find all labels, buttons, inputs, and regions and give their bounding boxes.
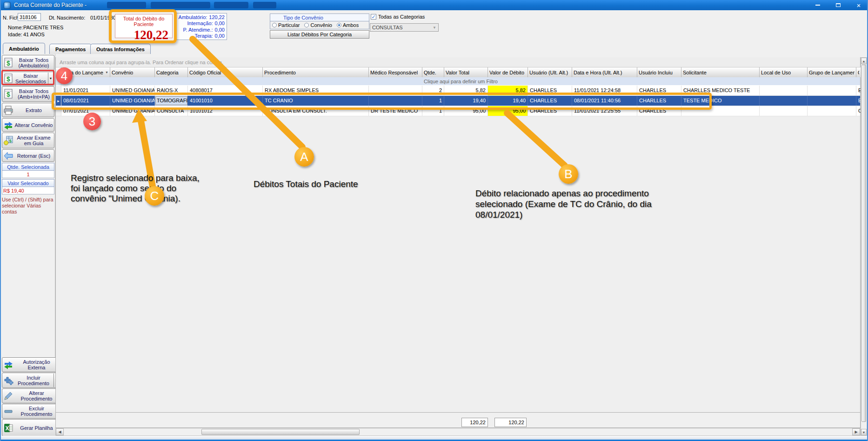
horizontal-scrollbar[interactable]: ◀ ▶ bbox=[55, 428, 861, 436]
extrato-button[interactable]: Extrato bbox=[2, 103, 54, 117]
autorizacao-externa-button[interactable]: Autorização Externa bbox=[2, 357, 60, 372]
button-label: Baixar Todos (Amb+Int+PA) bbox=[14, 88, 53, 100]
column-header-label: Categoria bbox=[156, 70, 179, 75]
grid-cell[interactable] bbox=[760, 96, 808, 106]
resumo-value: 0,00 bbox=[215, 33, 225, 39]
button-label: Extrato bbox=[14, 107, 53, 113]
horizontal-scroll-thumb[interactable] bbox=[201, 429, 360, 435]
printer-icon bbox=[3, 105, 13, 115]
column-header[interactable]: Valor Total bbox=[444, 67, 488, 77]
column-header[interactable]: Valor de Débito bbox=[488, 67, 528, 77]
button-label: Gerar Planilha bbox=[14, 425, 59, 431]
anexar-exame-button[interactable]: $ Anexar Exame em Guia bbox=[2, 133, 54, 148]
gerar-planilha-button[interactable]: X Gerar Planilha bbox=[2, 419, 60, 436]
categoria-dropdown[interactable]: CONSULTAS ▼ bbox=[370, 23, 439, 32]
button-label: Incluir Procedimento bbox=[14, 375, 53, 386]
close-button[interactable]: × bbox=[848, 0, 868, 10]
group-by-band[interactable]: Arraste uma coluna aqui para agrupa-la. … bbox=[56, 57, 860, 67]
column-header[interactable]: Categoria bbox=[155, 67, 188, 77]
alterar-procedimento-button[interactable]: Alterar Procedimento bbox=[2, 388, 60, 403]
scroll-right-icon[interactable]: ▶ bbox=[852, 428, 860, 435]
radio-label: Particular bbox=[278, 22, 300, 28]
button-label: Alterar Convênio bbox=[14, 122, 53, 128]
vertical-scroll-thumb[interactable] bbox=[861, 65, 866, 422]
svg-text:$: $ bbox=[7, 60, 10, 67]
nome-label: Nome: bbox=[8, 25, 23, 30]
attach-exam-icon: $ bbox=[3, 135, 13, 146]
grid-cell[interactable] bbox=[760, 86, 808, 95]
app-icon bbox=[4, 2, 11, 9]
column-header-label: Data e Hora (Ult. Alt.) bbox=[574, 70, 622, 75]
grid-cell[interactable] bbox=[760, 106, 808, 116]
todas-categorias-checkbox[interactable]: ✓ Todas as Categorias bbox=[371, 14, 425, 20]
column-header[interactable]: Código Oficial bbox=[188, 67, 263, 77]
excel-icon: X bbox=[3, 423, 13, 433]
maximize-icon bbox=[836, 3, 841, 7]
retornar-button[interactable]: Retornar (Esc) bbox=[2, 149, 54, 162]
column-header-label: Grupo de Lançamento bbox=[809, 70, 855, 75]
radio-ambos[interactable]: Ambos bbox=[337, 22, 359, 28]
qtde-selecionada-value: 1 bbox=[2, 171, 54, 178]
grid-cell[interactable] bbox=[808, 86, 856, 95]
idade-label: Idade: bbox=[8, 32, 22, 37]
alterar-convenio-button[interactable]: Alterar Convênio bbox=[2, 118, 54, 132]
close-icon: × bbox=[857, 2, 861, 9]
column-header[interactable]: Usuário (Ult. Alt.) bbox=[528, 67, 572, 77]
resumo-label: Terapia: bbox=[177, 33, 213, 39]
resumo-label: Ambulatório: bbox=[177, 14, 207, 20]
svg-text:$: $ bbox=[9, 139, 12, 143]
column-header[interactable]: Local de Uso bbox=[760, 67, 808, 77]
radio-particular[interactable]: Particular bbox=[272, 22, 300, 28]
sidebar-bottom-buttons: Autorização Externa Incluir Procedimento… bbox=[2, 357, 60, 436]
column-header[interactable]: Grupo de Lançamento bbox=[808, 67, 856, 77]
baixar-todos-ambulatorio-button[interactable]: $ Baixar Todos (Ambulatório) bbox=[2, 55, 54, 71]
redacted-text bbox=[253, 2, 276, 8]
tab-pagamentos[interactable]: Pagamentos bbox=[49, 44, 92, 54]
radio-label: Convênio bbox=[310, 22, 332, 28]
qtde-selecionada-header: Qtde. Selecionada bbox=[2, 163, 54, 171]
column-header[interactable]: Data e Hora (Ult. Alt.) bbox=[572, 67, 637, 77]
column-header[interactable]: Solicitante bbox=[681, 67, 760, 77]
vertical-scrollbar[interactable]: ▲ ▼ bbox=[861, 57, 867, 436]
scroll-up-icon[interactable]: ▲ bbox=[861, 58, 867, 64]
tipo-convenio-title: Tipo de Convênio bbox=[270, 13, 369, 21]
resumo-label: P. Atendime.: bbox=[177, 27, 213, 33]
grid-filter-row[interactable]: ▼ Clique aqui para definir um Filtro bbox=[56, 77, 860, 86]
listar-debitos-button[interactable]: Listar Débitos Por Categoria bbox=[270, 30, 369, 39]
column-header-label: Usuário (Ult. Alt.) bbox=[529, 70, 568, 75]
button-label: Retornar (Esc) bbox=[14, 153, 53, 159]
grid-cell[interactable] bbox=[808, 96, 856, 106]
tipo-convenio-panel: Tipo de Convênio Particular Convênio Amb… bbox=[270, 13, 369, 40]
minimize-icon bbox=[815, 5, 820, 6]
radio-checked-icon bbox=[337, 23, 341, 27]
column-header[interactable]: Convênio bbox=[110, 67, 155, 77]
valor-total-sum: 120,22 bbox=[461, 418, 488, 427]
scroll-left-icon[interactable]: ◀ bbox=[56, 428, 64, 435]
column-header-label: Médico Responsável bbox=[370, 70, 418, 75]
radio-convenio[interactable]: Convênio bbox=[304, 22, 332, 28]
column-header[interactable]: Usuário Incluiu bbox=[637, 67, 681, 77]
ficha-input[interactable] bbox=[18, 13, 41, 21]
valor-debito-sum: 120,22 bbox=[494, 418, 527, 427]
redacted-text bbox=[151, 2, 210, 8]
annotation-circle-4: 4 bbox=[56, 67, 73, 84]
column-header[interactable]: Procedimento bbox=[263, 67, 369, 77]
column-header[interactable]: Médico Responsável bbox=[369, 67, 422, 77]
remove-bar-icon bbox=[3, 406, 13, 416]
incluir-procedimento-button[interactable]: Incluir Procedimento ▼ bbox=[2, 373, 60, 388]
maximize-button[interactable] bbox=[828, 0, 848, 10]
chevron-down-icon: ▼ bbox=[433, 26, 436, 30]
debitos-grid: Arraste uma coluna aqui para agrupa-la. … bbox=[55, 57, 861, 428]
column-header-label: C bbox=[858, 70, 859, 75]
minimize-button[interactable] bbox=[808, 0, 828, 10]
scroll-down-icon[interactable]: ▼ bbox=[861, 429, 867, 435]
selection-hint: Use (Ctrl) / (Shift) para selecionar Vár… bbox=[2, 195, 54, 215]
baixar-todos-geral-button[interactable]: $ Baixar Todos (Amb+Int+PA) bbox=[2, 86, 54, 102]
column-header[interactable]: Qtde. bbox=[422, 67, 444, 77]
grid-cell[interactable] bbox=[808, 106, 856, 116]
tab-ambulatorio[interactable]: Ambulatório bbox=[3, 43, 45, 54]
cash-document-icon: $ bbox=[3, 89, 13, 99]
excluir-procedimento-button[interactable]: Excluir Procedimento bbox=[2, 404, 60, 419]
tab-outras-informacoes[interactable]: Outras Informações bbox=[90, 44, 151, 54]
column-header-label: Solicitante bbox=[683, 70, 707, 75]
